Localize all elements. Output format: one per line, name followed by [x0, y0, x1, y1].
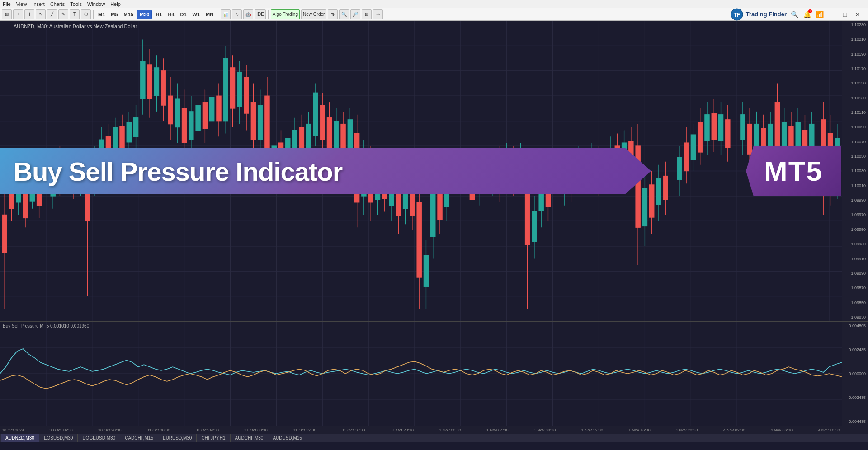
- svg-text:TF: TF: [733, 12, 740, 18]
- price-label-20: 1.09830: [843, 315, 867, 319]
- close-button[interactable]: ✕: [853, 9, 863, 19]
- svg-rect-174: [518, 154, 523, 175]
- time-2: 30 Oct 20:30: [98, 428, 122, 432]
- menu-file[interactable]: File: [3, 1, 11, 7]
- line-button[interactable]: ╱: [47, 9, 57, 19]
- menu-window[interactable]: Window: [87, 1, 105, 7]
- price-label-15: 1.09930: [843, 242, 867, 246]
- svg-rect-100: [244, 77, 249, 113]
- notification-button[interactable]: 🔔1: [802, 9, 812, 19]
- svg-rect-242: [782, 122, 787, 156]
- crosshair-button[interactable]: ✛: [24, 9, 34, 19]
- timeframe-mn[interactable]: MN: [203, 10, 216, 19]
- cursor-button[interactable]: ↖: [36, 9, 46, 19]
- tab-audchf-m30[interactable]: AUDCHF,M30: [231, 434, 269, 442]
- svg-rect-220: [698, 122, 703, 152]
- svg-rect-232: [747, 124, 752, 155]
- zoom-out-chart[interactable]: 🔍: [339, 9, 349, 19]
- maximize-button[interactable]: □: [840, 9, 850, 19]
- price-label-16: 1.09910: [843, 257, 867, 261]
- menu-help[interactable]: Help: [110, 1, 121, 7]
- time-16: 4 Nov 06:30: [771, 428, 793, 432]
- history-button[interactable]: ⇅: [328, 9, 338, 19]
- timeframe-h1[interactable]: H1: [153, 10, 164, 19]
- svg-rect-206: [642, 188, 647, 226]
- price-label-7: 1.10090: [843, 125, 867, 129]
- svg-rect-154: [431, 193, 435, 237]
- svg-rect-254: [828, 133, 832, 187]
- svg-rect-36: [23, 190, 28, 218]
- grid-button[interactable]: ⊞: [362, 9, 372, 19]
- tab-dogeusd-m30[interactable]: DOGEUSD,M30: [78, 434, 120, 442]
- new-chart-button[interactable]: ⊞: [2, 9, 12, 19]
- tab-eurusd-m30[interactable]: EURUSD,M30: [158, 434, 197, 442]
- logo-area: TF Trading Finder 🔍 🔔1 📶 — □ ✕: [731, 8, 866, 21]
- svg-rect-218: [691, 135, 695, 159]
- chart-type-button[interactable]: 📊: [221, 9, 231, 19]
- svg-rect-92: [217, 96, 221, 121]
- text-button[interactable]: T: [70, 9, 80, 19]
- algo-trading-label: Algo Trading: [273, 12, 298, 17]
- svg-rect-248: [802, 130, 807, 161]
- svg-rect-34: [16, 183, 21, 202]
- price-label-19: 1.09850: [843, 300, 867, 305]
- time-axis: 30 Oct 2024 30 Oct 16:30 30 Oct 20:30 31…: [0, 426, 868, 434]
- svg-rect-240: [775, 102, 779, 152]
- shape-button[interactable]: ⬡: [81, 9, 91, 19]
- signal-button[interactable]: 📶: [815, 9, 825, 19]
- svg-rect-224: [712, 113, 716, 140]
- price-label-12: 1.09990: [843, 198, 867, 202]
- svg-rect-234: [754, 124, 759, 152]
- menu-view[interactable]: View: [16, 1, 27, 7]
- svg-rect-178: [532, 212, 537, 242]
- ide-button[interactable]: IDE: [255, 9, 266, 19]
- timeframe-m15[interactable]: M15: [122, 10, 136, 19]
- svg-rect-192: [590, 154, 594, 173]
- timeframe-h4[interactable]: H4: [165, 10, 176, 19]
- tab-audnzd-m30[interactable]: AUDNZD,M30: [1, 434, 39, 442]
- svg-rect-114: [292, 130, 297, 156]
- chart-container: AUDNZD, M30: Australian Dollar vs New Ze…: [0, 21, 868, 442]
- timeframe-d1[interactable]: D1: [178, 10, 189, 19]
- tab-eosusd-m30[interactable]: EOSUSD,M30: [39, 434, 78, 442]
- svg-rect-70: [141, 61, 145, 99]
- svg-rect-146: [403, 180, 408, 208]
- svg-rect-94: [223, 58, 228, 121]
- timeframe-m30[interactable]: M30: [137, 10, 152, 19]
- timeframe-w1[interactable]: W1: [190, 10, 203, 19]
- time-1: 30 Oct 16:30: [49, 428, 73, 432]
- menu-charts[interactable]: Charts: [50, 1, 65, 7]
- tab-audusd-m15[interactable]: AUDUSD,M15: [268, 434, 307, 442]
- tab-chfjpy-h1[interactable]: CHFJPY,H1: [197, 434, 230, 442]
- timeframe-m1[interactable]: M1: [96, 10, 107, 19]
- svg-rect-98: [237, 72, 242, 107]
- autoscroll-button[interactable]: ⇢: [373, 9, 383, 19]
- svg-rect-256: [835, 138, 840, 179]
- price-label-3: 1.10170: [843, 66, 867, 71]
- zoom-in-chart[interactable]: 🔎: [350, 9, 360, 19]
- indicators-button[interactable]: ∿: [232, 9, 242, 19]
- svg-rect-84: [189, 112, 193, 140]
- svg-rect-186: [569, 168, 573, 191]
- price-label-4: 1.10150: [843, 81, 867, 85]
- timeframe-m5[interactable]: M5: [108, 10, 120, 19]
- new-order-button[interactable]: New Order: [301, 9, 326, 19]
- svg-rect-140: [382, 166, 387, 198]
- indicator-label: Buy Sell Pressure MT5 0.001010 0.001960: [3, 323, 89, 328]
- expert-button[interactable]: 🤖: [243, 9, 253, 19]
- indicator-price-axis: 0.004805 0.002435 0.000000 -0.002435 -0.…: [842, 322, 868, 426]
- menu-insert[interactable]: Insert: [32, 1, 45, 7]
- main-chart[interactable]: AUDNZD, M30: Australian Dollar vs New Ze…: [0, 21, 868, 322]
- algo-trading-button[interactable]: Algo Trading: [271, 9, 300, 19]
- svg-rect-48: [65, 162, 69, 181]
- minimize-button[interactable]: —: [827, 9, 837, 19]
- svg-rect-118: [307, 124, 311, 148]
- indicator-level-0: 0.004805: [843, 323, 867, 328]
- zoom-in-button[interactable]: +: [13, 9, 23, 19]
- svg-rect-198: [615, 146, 619, 170]
- search-button[interactable]: 🔍: [789, 9, 799, 19]
- tab-cadchf-m15[interactable]: CADCHF,M15: [120, 434, 158, 442]
- draw-button[interactable]: ✎: [58, 9, 68, 19]
- menu-tools[interactable]: Tools: [70, 1, 82, 7]
- svg-rect-226: [718, 115, 723, 141]
